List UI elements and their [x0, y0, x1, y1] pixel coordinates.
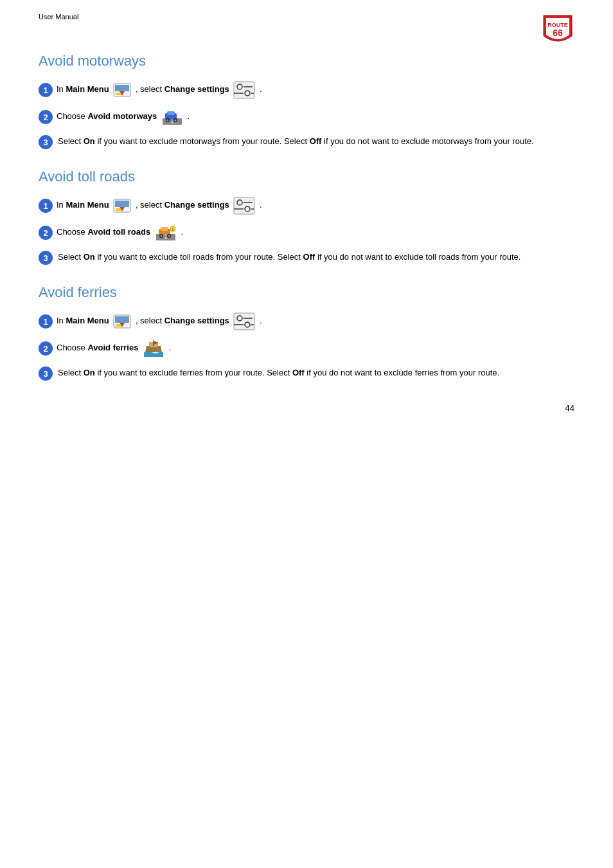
section-avoid-motorways: Avoid motorways 1 In Main Menu , select … — [39, 53, 574, 149]
svg-rect-24 — [234, 197, 254, 214]
step-2-motorways-text: Choose Avoid motorways . — [57, 108, 574, 126]
step-1-ferries-text: In Main Menu , select Change settings — [57, 312, 574, 330]
step-number-1: 1 — [39, 83, 53, 97]
step-3-motorways: 3 Select On if you want to exclude motor… — [39, 135, 574, 149]
svg-rect-5 — [116, 93, 121, 95]
step-number-toll-3: 3 — [39, 251, 53, 265]
toll-road-icon: $ — [155, 224, 177, 242]
svg-rect-3 — [115, 85, 129, 91]
step-1-toll-text: In Main Menu , select Change settings — [57, 197, 574, 215]
svg-rect-21 — [115, 201, 129, 207]
change-settings-icon-ferries — [233, 312, 255, 330]
ferries-icon — [143, 339, 164, 357]
svg-point-37 — [168, 235, 170, 237]
motorway-icon — [161, 108, 183, 126]
step-1-ferries: 1 In Main Menu , select Change settings — [39, 312, 574, 330]
step-1-motorways-text: In Main Menu , select Change settings — [57, 81, 574, 99]
section-avoid-ferries: Avoid ferries 1 In Main Menu , select Ch… — [39, 284, 574, 381]
header: User Manual ROUTE 66 — [39, 13, 574, 46]
svg-rect-44 — [234, 313, 254, 330]
step-3-motorways-text: Select On if you want to exclude motorwa… — [58, 135, 574, 149]
svg-point-17 — [166, 120, 168, 122]
section-avoid-toll-roads: Avoid toll roads 1 In Main Menu , select… — [39, 168, 574, 265]
route66-logo: ROUTE 66 — [541, 13, 574, 46]
svg-point-19 — [174, 120, 176, 122]
change-settings-icon-toll — [233, 197, 255, 215]
main-menu-icon-toll — [113, 199, 131, 213]
step-number-toll-2: 2 — [39, 226, 53, 240]
svg-rect-6 — [234, 82, 254, 98]
svg-rect-43 — [116, 324, 121, 327]
page-number: 44 — [565, 403, 574, 413]
step-3-toll-text: Select On if you want to exclude toll ro… — [58, 251, 574, 264]
section-title-toll-roads: Avoid toll roads — [39, 168, 574, 185]
user-manual-label: User Manual — [39, 13, 78, 21]
step-1-toll-roads: 1 In Main Menu , select Change settings — [39, 197, 574, 215]
section-title-motorways: Avoid motorways — [39, 53, 574, 69]
main-menu-icon-ferries — [113, 314, 131, 329]
step-number-3: 3 — [39, 135, 53, 149]
step-number-ferries-3: 3 — [39, 366, 53, 381]
svg-rect-33 — [161, 227, 168, 231]
main-menu-icon — [113, 83, 131, 97]
step-2-ferries-text: Choose Avoid ferries . — [57, 339, 574, 357]
step-number-ferries-1: 1 — [39, 314, 53, 329]
svg-rect-15 — [167, 111, 175, 115]
step-number-ferries-2: 2 — [39, 341, 53, 356]
step-3-ferries-text: Select On if you want to exclude ferries… — [58, 366, 574, 380]
step-2-toll-roads: 2 Choose Avoid toll roads $ . — [39, 224, 574, 242]
step-2-toll-text: Choose Avoid toll roads $ . — [57, 224, 574, 242]
svg-rect-41 — [115, 316, 129, 323]
step-1-motorways: 1 In Main Menu , select Change settings — [39, 81, 574, 99]
section-title-ferries: Avoid ferries — [39, 284, 574, 301]
change-settings-icon-1 — [233, 81, 255, 99]
svg-text:66: 66 — [553, 28, 563, 38]
svg-point-35 — [160, 235, 162, 237]
step-3-ferries: 3 Select On if you want to exclude ferri… — [39, 366, 574, 381]
step-number-2: 2 — [39, 110, 53, 124]
svg-rect-23 — [116, 208, 121, 211]
svg-text:$: $ — [172, 228, 173, 231]
step-2-ferries: 2 Choose Avoid ferries . — [39, 339, 574, 357]
step-number-toll-1: 1 — [39, 199, 53, 213]
step-3-toll-roads: 3 Select On if you want to exclude toll … — [39, 251, 574, 265]
step-2-motorways: 2 Choose Avoid motorways . — [39, 108, 574, 126]
